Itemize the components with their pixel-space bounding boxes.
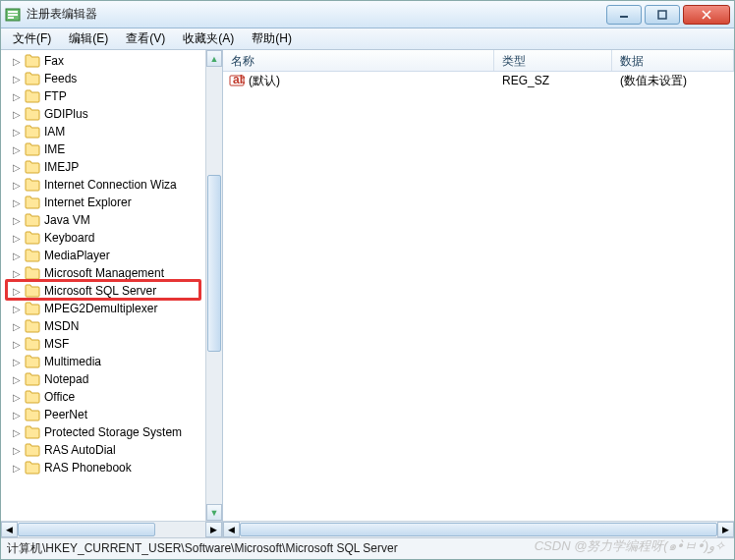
scroll-track[interactable] <box>206 67 222 504</box>
tree-node[interactable]: ▷Protected Storage System <box>3 423 205 441</box>
expander-icon[interactable]: ▷ <box>11 462 23 474</box>
tree-node[interactable]: ▷Office <box>3 388 205 406</box>
scroll-thumb-h[interactable] <box>240 523 717 536</box>
expander-icon[interactable]: ▷ <box>11 143 23 155</box>
expander-icon[interactable]: ▷ <box>11 373 23 385</box>
expander-icon[interactable]: ▷ <box>11 179 23 191</box>
tree-node-label: Keyboard <box>44 231 94 245</box>
expander-icon[interactable]: ▷ <box>11 267 23 279</box>
value-name: (默认) <box>249 73 280 89</box>
expander-icon[interactable]: ▷ <box>11 73 23 84</box>
close-button[interactable] <box>683 5 730 25</box>
minimize-button[interactable] <box>606 5 642 25</box>
title-bar: 注册表编辑器 <box>1 1 734 28</box>
menu-favorites[interactable]: 收藏夹(A) <box>175 28 242 49</box>
expander-icon[interactable]: ▷ <box>11 161 23 173</box>
tree-node[interactable]: ▷Internet Explorer <box>3 194 205 211</box>
tree-node-label: Microsoft Management <box>44 266 164 280</box>
svg-rect-3 <box>8 17 14 19</box>
tree-node[interactable]: ▷MSF <box>3 335 205 353</box>
tree-node[interactable]: ▷IME <box>3 140 205 158</box>
tree-node[interactable]: ▷MPEG2Demultiplexer <box>3 300 205 317</box>
menu-view[interactable]: 查看(V) <box>118 28 173 49</box>
tree-node-label: PeerNet <box>44 408 87 421</box>
tree-node[interactable]: ▷GDIPlus <box>3 105 205 123</box>
tree-node[interactable]: ▷RAS Phonebook <box>3 459 205 476</box>
scroll-thumb-h[interactable] <box>18 523 155 536</box>
menu-file[interactable]: 文件(F) <box>5 28 59 49</box>
expander-icon[interactable]: ▷ <box>11 196 23 208</box>
expander-icon[interactable]: ▷ <box>11 356 23 367</box>
tree-node[interactable]: ▷Microsoft Management <box>3 264 205 282</box>
tree-node[interactable]: ▷MSDN <box>3 317 205 335</box>
tree-node[interactable]: ▷Java VM <box>3 211 205 229</box>
expander-icon[interactable]: ▷ <box>11 409 23 420</box>
tree-node-label: IME <box>44 142 65 156</box>
tree-node-label: Internet Explorer <box>44 196 132 209</box>
tree-pane: ▷Fax▷Feeds▷FTP▷GDIPlus▷IAM▷IME▷IMEJP▷Int… <box>1 50 223 537</box>
tree-node-label: MPEG2Demultiplexer <box>44 302 157 315</box>
window-title: 注册表编辑器 <box>27 6 603 23</box>
tree-node-label: Protected Storage System <box>44 425 182 439</box>
expander-icon[interactable]: ▷ <box>11 250 23 261</box>
tree-node-label: Office <box>44 390 75 404</box>
expander-icon[interactable]: ▷ <box>11 126 23 138</box>
tree-node-label: RAS AutoDial <box>44 443 116 457</box>
tree-node[interactable]: ▷Feeds <box>3 70 205 87</box>
scroll-left-button[interactable]: ◀ <box>1 522 18 537</box>
expander-icon[interactable]: ▷ <box>11 55 23 67</box>
app-icon <box>5 7 21 23</box>
tree-node[interactable]: ▷PeerNet <box>3 406 205 423</box>
expander-icon[interactable]: ▷ <box>11 108 23 120</box>
tree-node-label: MSDN <box>44 319 79 333</box>
tree-node-label: MediaPlayer <box>44 249 110 262</box>
tree-node[interactable]: ▷IMEJP <box>3 158 205 176</box>
expander-icon[interactable]: ▷ <box>11 444 23 456</box>
scroll-right-button[interactable]: ▶ <box>717 522 734 537</box>
scroll-track-h[interactable] <box>18 522 205 537</box>
scroll-left-button[interactable]: ◀ <box>223 522 240 537</box>
scroll-thumb[interactable] <box>207 175 221 352</box>
list-header: 名称 类型 数据 <box>223 50 734 72</box>
list-horizontal-scrollbar[interactable]: ◀ ▶ <box>223 521 734 537</box>
tree-node[interactable]: ▷MediaPlayer <box>3 247 205 264</box>
tree-node-label: Microsoft SQL Server <box>44 284 156 298</box>
maximize-button[interactable] <box>645 5 680 25</box>
expander-icon[interactable]: ▷ <box>11 391 23 403</box>
tree-node[interactable]: ▷IAM <box>3 123 205 140</box>
scroll-up-button[interactable]: ▲ <box>206 50 222 67</box>
tree-node[interactable]: ▷Notepad <box>3 370 205 388</box>
tree-node-label: RAS Phonebook <box>44 461 132 475</box>
column-header-data[interactable]: 数据 <box>612 50 734 71</box>
tree-node[interactable]: ▷Microsoft SQL Server <box>3 282 205 300</box>
list-row[interactable]: ab (默认) REG_SZ (数值未设置) <box>223 72 734 89</box>
tree-node[interactable]: ▷Internet Connection Wiza <box>3 176 205 194</box>
tree-node[interactable]: ▷Multimedia <box>3 353 205 370</box>
column-header-name[interactable]: 名称 <box>223 50 494 71</box>
tree-vertical-scrollbar[interactable]: ▲ ▼ <box>205 50 222 521</box>
list-pane: 名称 类型 数据 ab (默认) REG_SZ (数值未设置) ◀ ▶ <box>223 50 734 537</box>
menu-help[interactable]: 帮助(H) <box>244 28 300 49</box>
menu-edit[interactable]: 编辑(E) <box>61 28 116 49</box>
tree-node[interactable]: ▷FTP <box>3 87 205 105</box>
expander-icon[interactable]: ▷ <box>11 214 23 226</box>
tree-node-label: Java VM <box>44 213 90 227</box>
expander-icon[interactable]: ▷ <box>11 232 23 244</box>
scroll-down-button[interactable]: ▼ <box>206 504 222 521</box>
expander-icon[interactable]: ▷ <box>11 320 23 332</box>
expander-icon[interactable]: ▷ <box>11 338 23 350</box>
column-header-type[interactable]: 类型 <box>494 50 612 71</box>
expander-icon[interactable]: ▷ <box>11 90 23 102</box>
menu-bar: 文件(F) 编辑(E) 查看(V) 收藏夹(A) 帮助(H) <box>1 28 734 50</box>
expander-icon[interactable]: ▷ <box>11 426 23 438</box>
expander-icon[interactable]: ▷ <box>11 285 23 297</box>
tree-node[interactable]: ▷Fax <box>3 52 205 70</box>
tree-node[interactable]: ▷Keyboard <box>3 229 205 247</box>
tree-node[interactable]: ▷RAS AutoDial <box>3 441 205 459</box>
tree-node-label: IAM <box>44 125 65 139</box>
tree-horizontal-scrollbar[interactable]: ◀ ▶ <box>1 521 222 537</box>
expander-icon[interactable]: ▷ <box>11 303 23 314</box>
scroll-track-h[interactable] <box>240 522 717 537</box>
scroll-right-button[interactable]: ▶ <box>205 522 222 537</box>
tree-node-label: FTP <box>44 89 67 103</box>
